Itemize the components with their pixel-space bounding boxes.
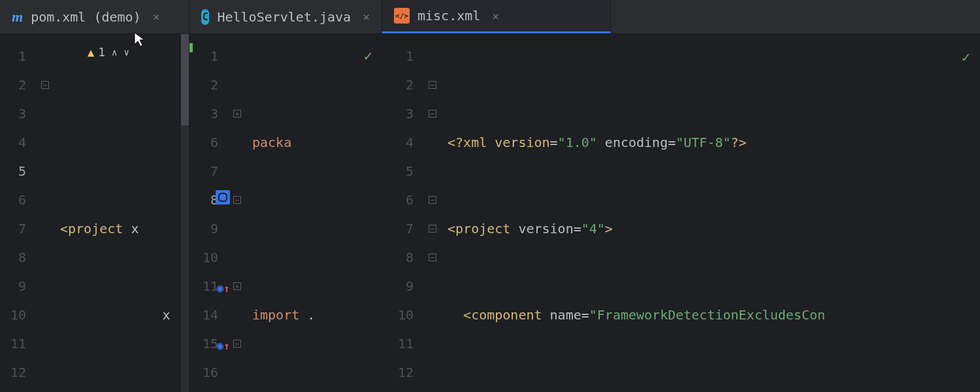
code-area[interactable]: ✓ <?xml version="1.0" encoding="UTF-8"?>…: [442, 34, 979, 392]
editor-pane-java[interactable]: 1 2 3 6 7 8 9 10 11 14 15 16 ◉↑ ◉↑: [189, 34, 382, 392]
fold-toggle[interactable]: [423, 214, 442, 243]
line-gutter: 1 2 3 6 7 8 9 10 11 14 15 16 ◉↑ ◉↑: [189, 34, 227, 392]
fold-toggle[interactable]: [35, 71, 55, 99]
fold-toggle[interactable]: [423, 99, 442, 128]
fold-toggle[interactable]: [227, 329, 247, 358]
fold-toggle[interactable]: [227, 272, 247, 301]
tab-label: pom.xml (demo): [31, 9, 141, 25]
fold-toggle[interactable]: [423, 243, 442, 272]
tab-pom[interactable]: m pom.xml (demo) ×: [0, 0, 189, 33]
editor-pane-misc[interactable]: 1 2 3 4 5 6 7 8 9 10 11 12 ✓ <?xml versi…: [382, 34, 980, 392]
inspection-badge[interactable]: ▲ 1 ∧ ∨: [88, 38, 129, 67]
editor-split-panes: 1 2 3 4 5 6 7 8 9 10 11 12 ▲ 1 ∧ ∨: [0, 34, 980, 392]
tab-helloservlet[interactable]: C HelloServlet.java ×: [189, 0, 382, 33]
no-problems-icon[interactable]: ✓: [962, 43, 970, 72]
editor-tabs: m pom.xml (demo) × C HelloServlet.java ×…: [0, 0, 980, 34]
fold-toggle[interactable]: [227, 186, 247, 214]
chevron-down-icon[interactable]: ∨: [124, 38, 129, 67]
line-gutter: 1 2 3 4 5 6 7 8 9 10 11 12: [0, 34, 35, 392]
xml-icon: </>: [394, 8, 410, 24]
warning-count: 1: [98, 38, 105, 67]
tab-label: misc.xml: [417, 8, 480, 24]
no-problems-icon[interactable]: ✓: [364, 42, 372, 71]
tab-label: HelloServlet.java: [217, 9, 351, 25]
line-gutter: 1 2 3 4 5 6 7 8 9 10 11 12: [382, 34, 423, 392]
tab-misc[interactable]: </> misc.xml ×: [382, 0, 611, 33]
chevron-up-icon[interactable]: ∧: [112, 38, 117, 67]
scrollbar-thumb[interactable]: [181, 34, 189, 125]
fold-toggle[interactable]: [423, 186, 442, 214]
fold-toggle[interactable]: [423, 71, 442, 99]
close-icon[interactable]: ×: [153, 10, 160, 24]
code-area[interactable]: ✓ packa import . @WebServ public c priv …: [247, 34, 382, 392]
fold-gutter: [423, 34, 442, 392]
editor-pane-pom[interactable]: 1 2 3 4 5 6 7 8 9 10 11 12 ▲ 1 ∧ ∨: [0, 34, 189, 392]
close-icon[interactable]: ×: [363, 10, 370, 24]
code-area[interactable]: ▲ 1 ∧ ∨ <project x x ▬x <model <grou <ar…: [55, 34, 189, 392]
fold-gutter: [227, 34, 247, 392]
scrollbar-track[interactable]: [181, 34, 189, 392]
fold-gutter: [35, 34, 55, 392]
fold-toggle[interactable]: [227, 99, 247, 128]
close-icon[interactable]: ×: [492, 9, 499, 23]
class-icon: C: [201, 9, 209, 25]
warning-icon: ▲: [88, 38, 94, 67]
maven-icon: m: [12, 8, 23, 25]
